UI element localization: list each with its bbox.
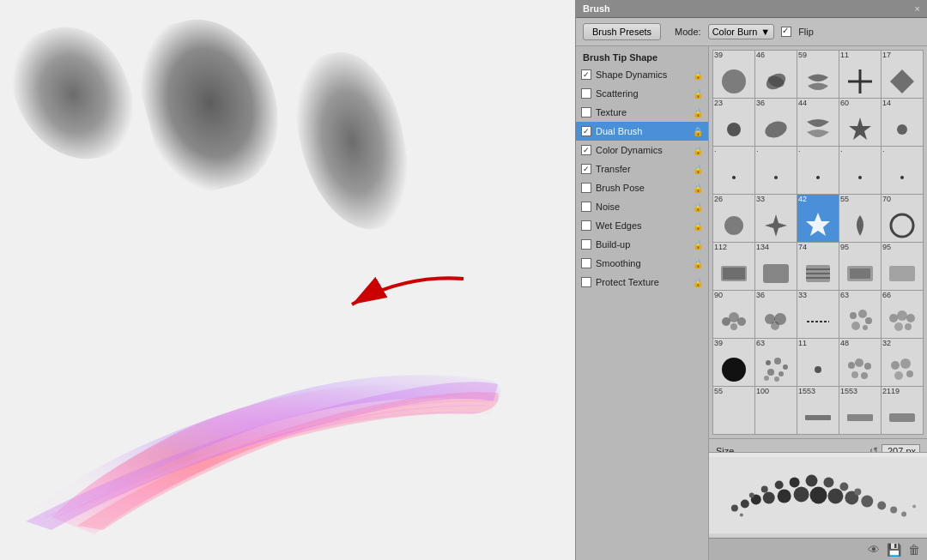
checkbox-transfer[interactable] xyxy=(581,164,591,174)
brush-preview-area xyxy=(709,452,927,538)
option-protect-texture[interactable]: Protect Texture 🔒 xyxy=(576,273,708,292)
label-wet-edges: Wet Edges xyxy=(596,220,691,231)
svg-point-85 xyxy=(775,481,784,490)
svg-point-57 xyxy=(855,358,863,367)
option-noise[interactable]: Noise 🔒 xyxy=(576,197,708,216)
brush-cell-32[interactable]: 32 xyxy=(882,339,923,386)
brush-tip-shape-label[interactable]: Brush Tip Shape xyxy=(576,50,708,65)
brush-cell-dot5[interactable]: · xyxy=(882,147,923,194)
brush-cell-46[interactable]: 46 xyxy=(755,51,797,98)
mode-dropdown-icon: ▼ xyxy=(760,27,770,37)
option-buildup[interactable]: Build-up 🔒 xyxy=(576,235,708,254)
trash-icon[interactable]: 🗑 xyxy=(908,543,920,557)
brush-cell-59[interactable]: 59 xyxy=(797,51,839,98)
svg-point-82 xyxy=(901,511,906,516)
option-brush-pose[interactable]: Brush Pose 🔒 xyxy=(576,178,708,197)
brush-cell-36[interactable]: 36 xyxy=(755,99,797,146)
brush-cell-90[interactable]: 90 xyxy=(713,291,754,338)
panel-body: Brush Tip Shape Shape Dynamics 🔒 Scatter… xyxy=(576,46,927,560)
option-smoothing[interactable]: Smoothing 🔒 xyxy=(576,254,708,273)
brush-cell-100[interactable]: 100 xyxy=(755,387,797,434)
brush-stroke-3 xyxy=(286,44,419,239)
brush-cell-95b[interactable]: 95 xyxy=(882,243,923,290)
checkbox-texture[interactable] xyxy=(581,107,591,117)
brush-cell-23[interactable]: 23 xyxy=(713,99,754,146)
brush-cell-2119[interactable]: 2119 xyxy=(882,387,923,434)
svg-point-40 xyxy=(851,322,860,330)
brush-cell-70[interactable]: 70 xyxy=(882,195,923,242)
brush-cell-42[interactable]: 42 xyxy=(797,195,839,242)
brush-cell-55[interactable]: 55 xyxy=(839,195,881,242)
brush-cell-63[interactable]: 63 xyxy=(839,291,881,338)
brush-cell-26[interactable]: 26 xyxy=(713,195,754,242)
checkbox-smoothing[interactable] xyxy=(581,258,591,268)
save-icon[interactable]: 💾 xyxy=(887,543,901,557)
brush-cell-112[interactable]: 112 xyxy=(713,243,754,290)
checkbox-dual-brush[interactable] xyxy=(581,126,591,136)
checkbox-noise[interactable] xyxy=(581,202,591,212)
checkbox-buildup[interactable] xyxy=(581,239,591,250)
brush-cell-14[interactable]: 14 xyxy=(882,99,923,146)
brush-cell-134[interactable]: 134 xyxy=(755,243,797,290)
checkbox-scattering[interactable] xyxy=(581,88,591,99)
brush-cell-95a[interactable]: 95 xyxy=(839,243,881,290)
brush-cell-33b[interactable]: 33 xyxy=(797,291,839,338)
brush-cell-1553b[interactable]: 1553 xyxy=(839,387,881,434)
brush-cell-74[interactable]: 74 xyxy=(797,243,839,290)
checkbox-wet-edges[interactable] xyxy=(581,220,591,231)
panel-close-button[interactable]: × xyxy=(915,3,920,14)
brush-cell-44[interactable]: 44 xyxy=(797,99,839,146)
checkbox-protect-texture[interactable] xyxy=(581,277,591,287)
red-arrow xyxy=(335,266,472,317)
checkbox-color-dynamics[interactable] xyxy=(581,145,591,155)
option-wet-edges[interactable]: Wet Edges 🔒 xyxy=(576,216,708,235)
svg-point-73 xyxy=(763,492,775,504)
option-shape-dynamics[interactable]: Shape Dynamics 🔒 xyxy=(576,65,708,84)
brush-cell-17[interactable]: 17 xyxy=(882,51,923,98)
brush-cell-39b[interactable]: 39 xyxy=(713,339,754,386)
svg-point-79 xyxy=(861,496,873,508)
brush-cell-48[interactable]: 48 xyxy=(839,339,881,386)
option-color-dynamics[interactable]: Color Dynamics 🔒 xyxy=(576,141,708,160)
svg-point-11 xyxy=(732,176,736,179)
brush-cell-60[interactable]: 60 xyxy=(839,99,881,146)
svg-point-16 xyxy=(724,216,743,235)
lock-icon-transfer: 🔒 xyxy=(693,165,703,174)
svg-point-64 xyxy=(894,371,903,380)
brush-cell-36b[interactable]: 36 xyxy=(755,291,797,338)
svg-point-81 xyxy=(890,506,897,513)
checkbox-brush-pose[interactable] xyxy=(581,183,591,193)
flip-checkbox[interactable] xyxy=(781,27,791,37)
size-control: Size ↺ 207 px xyxy=(716,444,920,452)
canvas-area[interactable] xyxy=(0,0,575,560)
brush-panel: Brush × Brush Presets Mode: Color Burn ▼… xyxy=(575,0,927,560)
brush-cell-11b[interactable]: 11 xyxy=(797,339,839,386)
svg-rect-28 xyxy=(889,266,915,281)
brush-cell-39[interactable]: 39 xyxy=(713,51,754,98)
brush-cell-11[interactable]: 11 xyxy=(839,51,881,98)
brush-cell-33[interactable]: 33 xyxy=(755,195,797,242)
option-texture[interactable]: Texture 🔒 xyxy=(576,103,708,122)
brush-cell-55b[interactable]: 55 xyxy=(713,387,754,434)
brush-cell-63b[interactable]: 63 xyxy=(755,339,797,386)
svg-point-80 xyxy=(877,501,886,509)
size-value[interactable]: 207 px xyxy=(882,444,920,452)
brush-cell-dot4[interactable]: · xyxy=(839,147,881,194)
brush-cell-66[interactable]: 66 xyxy=(882,291,923,338)
label-smoothing: Smoothing xyxy=(596,258,691,268)
brush-cell-dot2[interactable]: · xyxy=(755,147,797,194)
size-reset-icon[interactable]: ↺ xyxy=(869,445,878,452)
checkbox-shape-dynamics[interactable] xyxy=(581,69,591,80)
svg-point-10 xyxy=(897,124,907,135)
eye-icon[interactable]: 👁 xyxy=(868,543,880,557)
brush-cell-dot3[interactable]: · xyxy=(797,147,839,194)
brush-cell-dot1[interactable]: · xyxy=(713,147,754,194)
option-transfer[interactable]: Transfer 🔒 xyxy=(576,160,708,178)
option-scattering[interactable]: Scattering 🔒 xyxy=(576,84,708,103)
mode-select[interactable]: Color Burn ▼ xyxy=(708,24,774,39)
brush-cell-1553a[interactable]: 1553 xyxy=(797,387,839,434)
brush-presets-button[interactable]: Brush Presets xyxy=(583,23,661,40)
label-scattering: Scattering xyxy=(596,88,691,99)
label-protect-texture: Protect Texture xyxy=(596,277,691,287)
option-dual-brush[interactable]: Dual Brush 🔒 xyxy=(576,122,708,141)
